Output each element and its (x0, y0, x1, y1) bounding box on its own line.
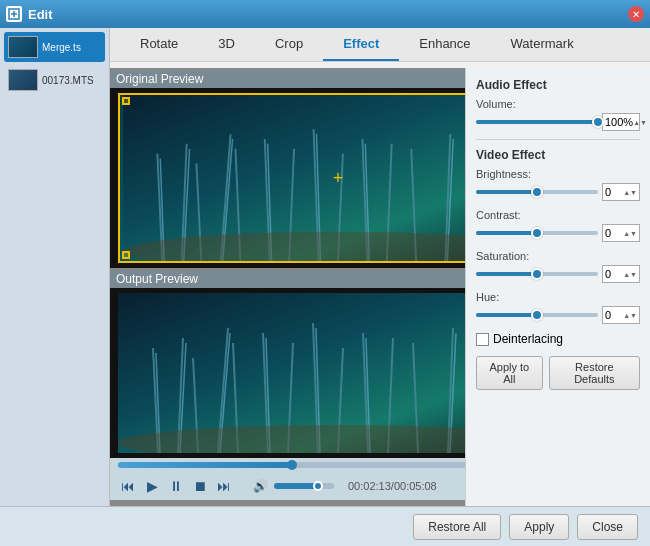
hue-value-box[interactable]: 0 ▲▼ (602, 306, 640, 324)
saturation-fill (476, 272, 537, 276)
deinterlacing-label: Deinterlacing (493, 332, 563, 346)
volume-slider-track[interactable] (476, 120, 598, 124)
crosshair-icon: + (333, 168, 344, 189)
progress-fill (118, 462, 292, 468)
hue-row: 0 ▲▼ (476, 306, 640, 324)
saturation-label: Saturation: (476, 250, 640, 262)
saturation-row: 0 ▲▼ (476, 265, 640, 283)
brightness-fill (476, 190, 537, 194)
tab-enhance[interactable]: Enhance (399, 28, 490, 61)
play-button[interactable]: ▶ (142, 476, 162, 496)
saturation-value-box[interactable]: 0 ▲▼ (602, 265, 640, 283)
stop-button[interactable]: ⏹ (190, 476, 210, 496)
brightness-value-box[interactable]: 0 ▲▼ (602, 183, 640, 201)
saturation-slider[interactable] (476, 272, 598, 276)
time-display: 00:02:13/00:05:08 (348, 480, 437, 492)
volume-icon: 🔊 (250, 476, 270, 496)
saturation-spinner[interactable]: ▲▼ (623, 271, 637, 278)
file-list: Merge.ts 00173.MTS (0, 28, 110, 506)
brightness-label: Brightness: (476, 168, 640, 180)
contrast-slider[interactable] (476, 231, 598, 235)
skip-forward-button[interactable]: ⏭ (214, 476, 234, 496)
saturation-thumb (531, 268, 543, 280)
deinterlacing-row[interactable]: Deinterlacing (476, 332, 640, 346)
audio-effect-label: Audio Effect (476, 78, 640, 92)
hue-label: Hue: (476, 291, 640, 303)
brightness-spinner[interactable]: ▲▼ (623, 189, 637, 196)
hue-spinner[interactable]: ▲▼ (623, 312, 637, 319)
close-button[interactable]: Close (577, 514, 638, 540)
hue-slider[interactable] (476, 313, 598, 317)
file-item-merge[interactable]: Merge.ts (4, 32, 105, 62)
contrast-fill (476, 231, 537, 235)
tab-effect[interactable]: Effect (323, 28, 399, 61)
bottom-bar: Restore All Apply Close (0, 506, 650, 546)
apply-button[interactable]: Apply (509, 514, 569, 540)
tab-crop[interactable]: Crop (255, 28, 323, 61)
video-effect-label: Video Effect (476, 148, 640, 162)
volume-value[interactable]: 100% ▲▼ (602, 113, 640, 131)
file-item-mts[interactable]: 00173.MTS (4, 65, 105, 95)
contrast-thumb (531, 227, 543, 239)
volume-thumb (592, 116, 604, 128)
volume-spinner[interactable]: ▲▼ (633, 119, 647, 126)
right-panel: Audio Effect Volume: 100% ▲▼ Video Effec… (465, 68, 650, 506)
file-thumb-merge (8, 36, 38, 58)
file-thumb-mts (8, 69, 38, 91)
hue-thumb (531, 309, 543, 321)
window-title: Edit (28, 7, 53, 22)
hue-fill (476, 313, 537, 317)
tab-3d[interactable]: 3D (198, 28, 255, 61)
restore-defaults-button[interactable]: Restore Defaults (549, 356, 640, 390)
contrast-spinner[interactable]: ▲▼ (623, 230, 637, 237)
brightness-row: 0 ▲▼ (476, 183, 640, 201)
restore-all-button[interactable]: Restore All (413, 514, 501, 540)
progress-thumb (287, 460, 297, 470)
pause-button[interactable]: ⏸ (166, 476, 186, 496)
apply-to-all-button[interactable]: Apply to All (476, 356, 543, 390)
file-name-merge: Merge.ts (42, 42, 81, 53)
volume-label: Volume: (476, 98, 640, 110)
contrast-label: Contrast: (476, 209, 640, 221)
file-name-mts: 00173.MTS (42, 75, 94, 86)
close-window-button[interactable]: ✕ (628, 6, 644, 22)
title-bar: Edit ✕ (0, 0, 650, 28)
volume-slider[interactable] (274, 483, 334, 489)
contrast-value-box[interactable]: 0 ▲▼ (602, 224, 640, 242)
volume-fill (476, 120, 598, 124)
brightness-thumb (531, 186, 543, 198)
tab-watermark[interactable]: Watermark (491, 28, 594, 61)
app-icon (6, 6, 22, 22)
apply-restore-row: Apply to All Restore Defaults (476, 356, 640, 390)
skip-back-button[interactable]: ⏮ (118, 476, 138, 496)
deinterlacing-checkbox[interactable] (476, 333, 489, 346)
brightness-slider[interactable] (476, 190, 598, 194)
tab-rotate[interactable]: Rotate (120, 28, 198, 61)
contrast-row: 0 ▲▼ (476, 224, 640, 242)
volume-row: 100% ▲▼ (476, 113, 640, 131)
